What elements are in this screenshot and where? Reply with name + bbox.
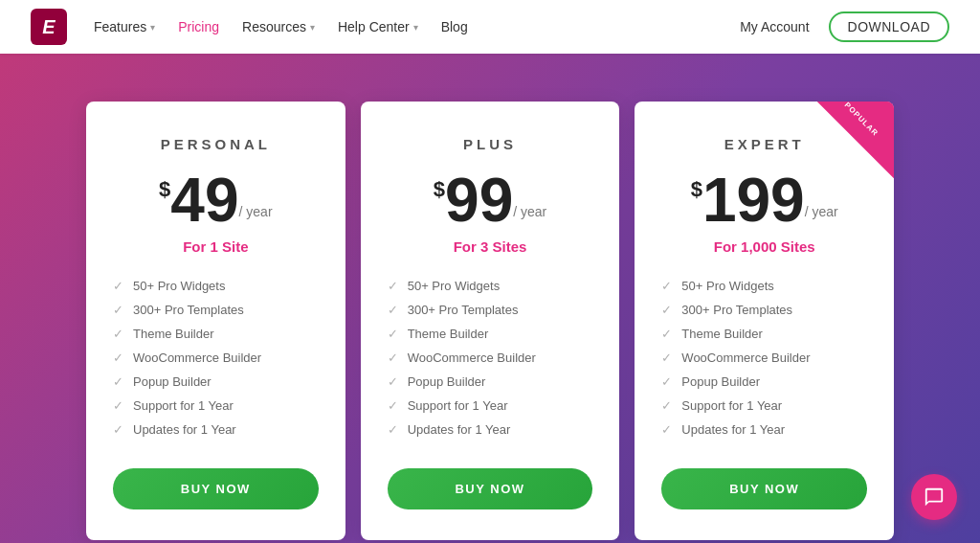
feature-item: ✓Updates for 1 Year [113,418,319,441]
nav-blog[interactable]: Blog [441,19,468,34]
check-icon: ✓ [113,279,123,293]
feature-item: ✓Updates for 1 Year [661,418,867,441]
check-icon: ✓ [113,303,123,317]
buy-plus-button[interactable]: BUY NOW [388,468,593,509]
check-icon: ✓ [661,303,672,317]
plan-plus-features: ✓50+ Pro Widgets ✓300+ Pro Templates ✓Th… [388,274,593,441]
feature-item: ✓Popup Builder [113,370,319,394]
plan-personal-amount: 49 [170,170,238,231]
check-icon: ✓ [388,398,398,413]
check-icon: ✓ [661,422,672,437]
chat-icon [924,486,945,508]
plan-personal-period: / year [239,204,273,219]
feature-item: ✓Theme Builder [388,322,593,346]
navbar-right: My Account DOWNLOAD [740,11,949,42]
hero-section: PERSONAL $ 49 / year For 1 Site ✓50+ Pro… [0,54,980,543]
chat-bubble[interactable] [911,474,957,520]
check-icon: ✓ [661,398,672,413]
nav-features[interactable]: Features ▾ [94,19,155,34]
plan-personal-features: ✓50+ Pro Widgets ✓300+ Pro Templates ✓Th… [113,274,319,441]
feature-item: ✓Support for 1 Year [113,394,319,418]
plan-personal-name: PERSONAL [113,136,319,152]
feature-item: ✓Theme Builder [113,322,319,346]
plan-expert: POPULAR EXPERT $ 199 / year For 1,000 Si… [635,102,894,540]
check-icon: ✓ [388,303,398,317]
check-icon: ✓ [388,351,398,365]
plan-personal-price-row: $ 49 / year [113,170,319,231]
feature-item: ✓300+ Pro Templates [113,298,319,322]
nav-links: Features ▾ Pricing Resources ▾ Help Cent… [94,19,740,34]
plan-plus: PLUS $ 99 / year For 3 Sites ✓50+ Pro Wi… [361,102,620,540]
plan-personal: PERSONAL $ 49 / year For 1 Site ✓50+ Pro… [86,102,345,540]
feature-item: ✓Popup Builder [661,370,867,394]
plan-plus-price-row: $ 99 / year [388,170,593,231]
plan-expert-currency: $ [691,177,702,202]
check-icon: ✓ [661,351,672,365]
check-icon: ✓ [113,351,123,365]
feature-item: ✓Support for 1 Year [661,394,867,418]
plan-expert-period: / year [805,204,838,219]
plan-plus-currency: $ [434,177,445,202]
feature-item: ✓50+ Pro Widgets [388,274,593,298]
plan-expert-price-row: $ 199 / year [661,170,867,231]
nav-resources[interactable]: Resources ▾ [242,19,315,34]
check-icon: ✓ [388,374,398,389]
plan-plus-name: PLUS [388,136,593,152]
feature-item: ✓Updates for 1 Year [388,418,593,441]
plan-expert-features: ✓50+ Pro Widgets ✓300+ Pro Templates ✓Th… [661,274,867,441]
pricing-wrapper: PERSONAL $ 49 / year For 1 Site ✓50+ Pro… [59,102,921,540]
plan-expert-sites: For 1,000 Sites [661,238,867,255]
navbar: E Features ▾ Pricing Resources ▾ Help Ce… [0,0,980,54]
check-icon: ✓ [113,374,123,389]
logo[interactable]: E [31,9,67,45]
nav-pricing[interactable]: Pricing [178,19,219,34]
download-button[interactable]: DOWNLOAD [829,11,949,42]
logo-letter: E [42,16,55,38]
plan-personal-sites: For 1 Site [113,238,319,255]
plan-plus-amount: 99 [445,170,513,231]
helpcenter-arrow: ▾ [413,22,418,33]
check-icon: ✓ [661,279,672,293]
check-icon: ✓ [113,327,123,341]
check-icon: ✓ [113,398,123,413]
feature-item: ✓WooCommerce Builder [661,346,867,370]
nav-helpcenter[interactable]: Help Center ▾ [338,19,418,34]
plan-plus-period: / year [513,204,546,219]
features-arrow: ▾ [150,22,155,33]
check-icon: ✓ [388,279,398,293]
feature-item: ✓Popup Builder [388,370,593,394]
feature-item: ✓WooCommerce Builder [113,346,319,370]
check-icon: ✓ [388,327,398,341]
my-account-link[interactable]: My Account [740,19,809,34]
feature-item: ✓300+ Pro Templates [661,298,867,322]
feature-item: ✓Theme Builder [661,322,867,346]
feature-item: ✓WooCommerce Builder [388,346,593,370]
feature-item: ✓Support for 1 Year [388,394,593,418]
check-icon: ✓ [113,422,123,437]
check-icon: ✓ [661,327,672,341]
plan-plus-sites: For 3 Sites [388,238,593,255]
resources-arrow: ▾ [310,22,315,33]
feature-item: ✓300+ Pro Templates [388,298,593,322]
buy-expert-button[interactable]: BUY NOW [661,468,867,509]
feature-item: ✓50+ Pro Widgets [113,274,319,298]
feature-item: ✓50+ Pro Widgets [661,274,867,298]
plan-expert-amount: 199 [702,170,805,231]
check-icon: ✓ [661,374,672,389]
buy-personal-button[interactable]: BUY NOW [113,468,319,509]
popular-ribbon: POPULAR [817,102,894,178]
plan-personal-currency: $ [159,177,170,202]
check-icon: ✓ [388,422,398,437]
